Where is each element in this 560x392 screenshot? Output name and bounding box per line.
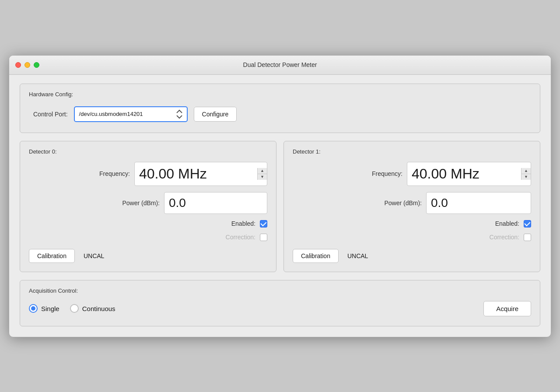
detector0-enabled-row: Enabled:: [29, 220, 267, 228]
window-title: Dual Detector Power Meter: [243, 61, 317, 68]
detector1-frequency-wrapper: ▲ ▼: [407, 162, 531, 186]
radio-single-button[interactable]: [29, 304, 38, 313]
detector1-power-row: Power (dBm):: [293, 192, 531, 214]
detector1-freq-down[interactable]: ▼: [522, 174, 531, 180]
detector1-correction-row: Correction:: [293, 234, 531, 241]
detector0-power-row: Power (dBm):: [29, 192, 267, 214]
detector1-label: Detector 1:: [293, 148, 531, 155]
detector1-fields: Frequency: ▲ ▼ Power (dBm):: [293, 162, 531, 241]
detector1-enabled-checkbox[interactable]: [524, 220, 531, 228]
acquisition-label: Acquisition Control:: [29, 287, 531, 294]
traffic-lights: [15, 62, 39, 68]
minimize-button[interactable]: [24, 62, 30, 68]
detector0-frequency-spinner[interactable]: ▲ ▼: [257, 168, 267, 180]
radio-single-label: Single: [41, 305, 60, 312]
radio-group: Single Continuous: [29, 304, 116, 313]
maximize-button[interactable]: [34, 62, 39, 68]
main-window: Dual Detector Power Meter Hardware Confi…: [9, 55, 551, 337]
detector1-correction-checkbox[interactable]: [524, 234, 531, 241]
detector0-correction-checkbox[interactable]: [260, 234, 267, 241]
acquire-button[interactable]: Acquire: [483, 301, 531, 316]
radio-continuous-label: Continuous: [82, 305, 116, 312]
detector0-power-label: Power (dBm):: [122, 200, 160, 206]
detector1-correction-label: Correction:: [490, 234, 519, 241]
hardware-config-section: Hardware Config: Control Port: /dev/cu.u…: [20, 84, 540, 133]
detector0-calibration-button[interactable]: Calibration: [29, 249, 75, 263]
window-content: Hardware Config: Control Port: /dev/cu.u…: [9, 75, 551, 337]
detector1-panel: Detector 1: Frequency: ▲ ▼: [284, 141, 540, 272]
detector1-calibration-button[interactable]: Calibration: [293, 249, 339, 263]
detector0-frequency-wrapper: ▲ ▼: [134, 162, 267, 186]
acquisition-controls: Single Continuous Acquire: [29, 301, 531, 316]
detector1-frequency-spinner[interactable]: ▲ ▼: [521, 168, 531, 180]
detector0-frequency-row: Frequency: ▲ ▼: [29, 162, 267, 186]
control-port-value: /dev/cu.usbmodem14201: [79, 111, 143, 117]
close-button[interactable]: [15, 62, 21, 68]
chevron-up-icon: [176, 109, 182, 114]
hardware-row: Control Port: /dev/cu.usbmodem14201 Conf…: [29, 105, 531, 126]
detector0-power-input[interactable]: [164, 192, 267, 214]
detector1-enabled-label: Enabled:: [495, 220, 519, 227]
titlebar: Dual Detector Power Meter: [9, 56, 551, 75]
detector1-uncal-text: UNCAL: [347, 252, 368, 259]
detector0-frequency-input[interactable]: [135, 162, 257, 186]
detector0-freq-up[interactable]: ▲: [258, 168, 267, 174]
control-port-label: Control Port:: [33, 111, 68, 118]
chevron-down-icon: [176, 114, 182, 119]
detector0-frequency-label: Frequency:: [99, 170, 130, 177]
detector0-panel: Detector 0: Frequency: ▲ ▼: [20, 141, 276, 272]
radio-continuous-button[interactable]: [70, 304, 79, 313]
detector0-correction-label: Correction:: [226, 234, 256, 241]
detector1-power-label: Power (dBm):: [384, 200, 422, 206]
detector0-fields: Frequency: ▲ ▼ Power (dBm):: [29, 162, 267, 241]
detector1-frequency-label: Frequency:: [372, 170, 402, 177]
radio-single-option[interactable]: Single: [29, 304, 60, 313]
detectors-row: Detector 0: Frequency: ▲ ▼: [20, 141, 540, 272]
detector1-enabled-row: Enabled:: [293, 220, 531, 228]
detector0-uncal-text: UNCAL: [84, 252, 104, 259]
detector1-frequency-row: Frequency: ▲ ▼: [293, 162, 531, 186]
hardware-config-label: Hardware Config:: [29, 91, 531, 98]
radio-continuous-option[interactable]: Continuous: [70, 304, 116, 313]
detector0-bottom: Calibration UNCAL: [29, 249, 267, 263]
detector0-enabled-label: Enabled:: [231, 220, 256, 227]
detector0-enabled-checkbox[interactable]: [260, 220, 267, 228]
detector0-freq-down[interactable]: ▼: [258, 174, 267, 180]
acquisition-section: Acquisition Control: Single Continuous A…: [20, 280, 540, 326]
detector0-correction-row: Correction:: [29, 234, 267, 241]
detector1-freq-up[interactable]: ▲: [522, 168, 531, 174]
detector1-frequency-input[interactable]: [407, 162, 521, 186]
control-port-select[interactable]: /dev/cu.usbmodem14201: [74, 106, 188, 122]
detector1-bottom: Calibration UNCAL: [293, 249, 531, 263]
detector0-label: Detector 0:: [29, 148, 267, 155]
detector1-power-input[interactable]: [426, 192, 531, 214]
configure-button[interactable]: Configure: [194, 107, 237, 122]
port-stepper[interactable]: [176, 109, 182, 119]
